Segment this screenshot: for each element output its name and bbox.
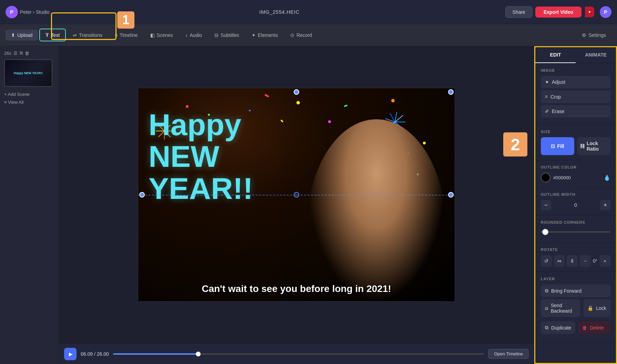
- tab-animate[interactable]: ANIMATE: [576, 47, 616, 63]
- duplicate-icon: ⧉: [545, 325, 548, 331]
- copy-icon: ⧉: [20, 50, 23, 56]
- selection-handle-right[interactable]: [448, 192, 454, 198]
- bring-forward-icon: ⧉: [545, 288, 548, 294]
- outline-width-label: OUTLINE WIDTH: [541, 192, 610, 196]
- lock-ratio-button[interactable]: ⛓ Lock Ratio: [577, 137, 610, 155]
- bring-forward-button[interactable]: ⧉ Bring Forward: [541, 284, 610, 297]
- outline-color-section: OUTLINE COLOR #000000 💧: [535, 160, 616, 188]
- rounded-corners-slider[interactable]: [541, 228, 610, 236]
- export-dropdown-button[interactable]: ▾: [585, 7, 594, 17]
- outline-width-control: − 0 +: [541, 200, 610, 210]
- view-all-button[interactable]: ≡ View All: [4, 98, 54, 106]
- upload-button[interactable]: ⬆ Upload: [6, 30, 38, 41]
- bring-forward-label: Bring Forward: [551, 288, 581, 294]
- adjust-button[interactable]: ✦ Adjust: [541, 76, 610, 88]
- flip-h-button[interactable]: ⇔: [554, 255, 565, 267]
- rotate-controls: ↺ ⇔ ⇕ − 0° +: [541, 255, 610, 267]
- eyedropper-icon[interactable]: 💧: [604, 174, 610, 181]
- text-label: Text: [51, 32, 60, 38]
- breadcrumb: Peter › Studio: [20, 9, 50, 15]
- nav-item-transitions[interactable]: ⇌ Transitions: [67, 30, 108, 41]
- tab-edit[interactable]: EDIT: [535, 47, 576, 63]
- progress-handle[interactable]: [196, 352, 201, 356]
- size-section: SIZE ⊡ Fill ⛓ Lock Ratio: [535, 125, 616, 160]
- decrement-rotate-button[interactable]: −: [580, 255, 591, 267]
- play-icon: ▶: [69, 351, 73, 357]
- send-backward-label: Send Backward: [551, 303, 576, 314]
- send-backward-button[interactable]: ⧈ Send Backward: [541, 299, 580, 317]
- nav-item-timeline[interactable]: ≡ Timeline: [109, 30, 143, 41]
- user-avatar[interactable]: P: [600, 6, 611, 18]
- lock-icon: ⛓: [580, 143, 585, 149]
- crop-button[interactable]: ⌗ Crop: [541, 90, 610, 103]
- subtitles-label: Subtitles: [221, 32, 239, 38]
- top-bar: P Peter › Studio IMG_2554.HEIC Share Exp…: [0, 0, 617, 24]
- timeline-bar: ▶ 06.09 / 26.00 Open Timeline: [59, 343, 534, 364]
- layer-section: LAYER ⧉ Bring Forward ⧈ Send Backward 🔒 …: [535, 272, 616, 343]
- slider-handle[interactable]: [542, 229, 548, 235]
- delete-icon: 🗑: [582, 325, 587, 331]
- time-current: 06.09: [81, 351, 93, 357]
- color-row: #000000 💧: [541, 173, 610, 182]
- layer-row-1: ⧈ Send Backward 🔒 Lock: [541, 299, 610, 319]
- erase-button[interactable]: ✐ Erase: [541, 105, 610, 118]
- scene-thumbnail[interactable]: Happy NEW YEAR!!: [4, 59, 52, 87]
- audio-label: Audio: [190, 32, 202, 38]
- erase-icon: ✐: [545, 109, 549, 114]
- play-button[interactable]: ▶: [64, 348, 77, 360]
- share-button[interactable]: Share: [505, 6, 533, 18]
- view-all-label: ≡ View All: [4, 100, 23, 105]
- export-button[interactable]: Export Video: [535, 7, 581, 18]
- send-backward-icon: ⧈: [545, 305, 548, 311]
- increment-outline-button[interactable]: +: [600, 200, 610, 210]
- nav-item-elements[interactable]: ✦ Elements: [246, 30, 283, 41]
- open-timeline-button[interactable]: Open Timeline: [488, 349, 529, 359]
- delete-label: Delete: [590, 325, 604, 331]
- delete-button[interactable]: 🗑 Delete: [578, 321, 610, 334]
- decrement-outline-button[interactable]: −: [541, 200, 551, 210]
- rotate-handle-center[interactable]: ↻: [294, 192, 299, 198]
- transitions-icon: ⇌: [73, 32, 77, 38]
- nav-item-subtitles[interactable]: ⊟ Subtitles: [209, 30, 245, 41]
- progress-bar[interactable]: [113, 353, 484, 355]
- nav-bar: ⬆ Upload 𝐓 Text ⇌ Transitions ≡ Timeline…: [0, 24, 617, 46]
- add-scene-button[interactable]: + Add Scene: [4, 90, 54, 98]
- selection-handle-top-right[interactable]: [448, 89, 454, 95]
- main-layout: 26s ☰ ⧉ 🗑 Happy NEW YEAR!! + Add Scene ≡…: [0, 46, 617, 364]
- nav-item-text[interactable]: 𝐓 Text: [39, 29, 66, 41]
- trash-icon: 🗑: [25, 51, 29, 56]
- record-icon: ⊙: [290, 32, 294, 38]
- outline-color-label: OUTLINE COLOR: [541, 165, 610, 169]
- video-canvas[interactable]: HappyNEWYEAR!! ↻: [138, 88, 455, 302]
- rotate-value: 0°: [593, 258, 597, 264]
- nav-item-settings[interactable]: ⚙ Settings: [576, 30, 611, 41]
- upload-icon: ⬆: [11, 32, 15, 38]
- logo-area: P Peter › Studio: [6, 6, 50, 18]
- increment-rotate-button[interactable]: +: [599, 255, 610, 267]
- flip-v-button[interactable]: ⇕: [567, 255, 578, 267]
- lock-button[interactable]: 🔒 Lock: [583, 299, 610, 317]
- image-section: IMAGE ✦ Adjust ⌗ Crop ✐ Erase: [535, 63, 616, 125]
- duplicate-button[interactable]: ⧉ Duplicate: [541, 321, 575, 334]
- annotation-2: 2: [503, 132, 527, 156]
- fill-label: Fill: [557, 143, 564, 149]
- nav-item-audio[interactable]: ♪ Audio: [180, 30, 208, 41]
- nav-item-scenes[interactable]: ◧ Scenes: [145, 30, 179, 41]
- text-icon: 𝐓: [45, 32, 49, 38]
- nav-item-record[interactable]: ⊙ Record: [285, 30, 317, 41]
- elements-label: Elements: [258, 32, 278, 38]
- color-swatch[interactable]: [541, 173, 550, 182]
- left-sidebar: 26s ☰ ⧉ 🗑 Happy NEW YEAR!! + Add Scene ≡…: [0, 46, 59, 364]
- fill-icon: ⊡: [551, 143, 555, 149]
- file-name: IMG_2554.HEIC: [57, 9, 503, 15]
- list-icon: ☰: [13, 51, 18, 56]
- rotate-ccw-button[interactable]: ↺: [541, 255, 552, 267]
- fill-button[interactable]: ⊡ Fill: [541, 137, 574, 155]
- person-overlay: [281, 99, 455, 301]
- selection-handle-left[interactable]: [139, 192, 145, 198]
- canvas-wrapper: 2: [59, 46, 534, 343]
- image-section-label: IMAGE: [541, 68, 610, 72]
- selection-handle-top[interactable]: [294, 89, 299, 95]
- size-controls: ⊡ Fill ⛓ Lock Ratio: [541, 137, 610, 155]
- timeline-icon: ≡: [115, 32, 118, 38]
